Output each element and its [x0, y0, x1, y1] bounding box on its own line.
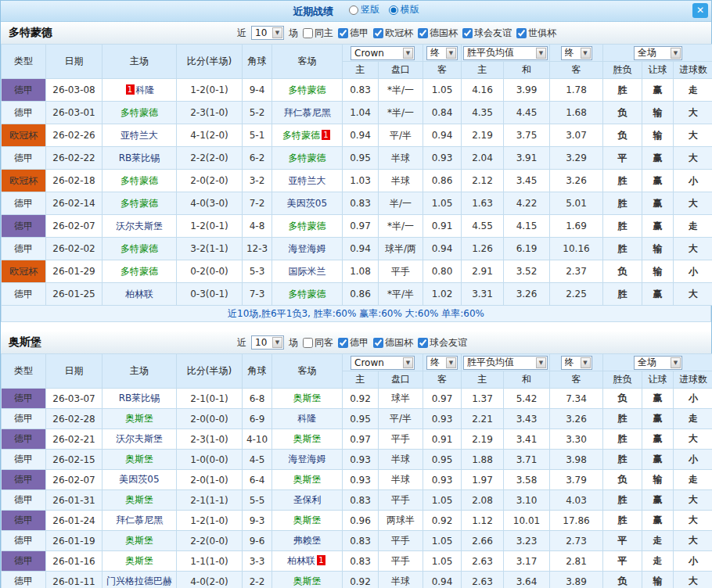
result-goals-cell: 大: [674, 124, 712, 147]
filter-option-欧冠杯[interactable]: 欧冠杯: [373, 27, 413, 40]
home-team-link[interactable]: 多特蒙德: [120, 243, 158, 254]
away-team-link[interactable]: 柏林联: [287, 555, 315, 566]
away-team-cell: 亚特兰大: [272, 170, 343, 192]
horizontal-layout-radio[interactable]: [389, 5, 398, 15]
home-team-link[interactable]: RB莱比锡: [119, 152, 160, 163]
checkbox-同主[interactable]: [303, 28, 313, 38]
avg-odds-select[interactable]: 胜平负均值▼: [463, 46, 548, 60]
checkbox-欧冠杯[interactable]: [373, 28, 383, 38]
away-team-link[interactable]: 拜仁慕尼黑: [284, 107, 331, 118]
scope-select[interactable]: 全场▼: [634, 46, 682, 60]
home-team-link[interactable]: 奥斯堡: [125, 555, 153, 566]
match-row: 德甲26-03-07RB莱比锡2-1(0-1)6-8奥斯堡0.92球半0.971…: [2, 389, 712, 409]
away-team-link[interactable]: 国际米兰: [289, 266, 326, 277]
checkbox-球会友谊[interactable]: [418, 338, 428, 348]
final-avg-select[interactable]: 终▼: [561, 356, 592, 370]
home-team-link[interactable]: 奥斯堡: [125, 413, 153, 424]
final-odds-select[interactable]: 终▼: [426, 46, 458, 60]
home-team-link[interactable]: 多特蒙德: [120, 107, 158, 118]
match-row: 德甲26-02-22RB莱比锡2-2(2-0)6-2多特蒙德0.95半球0.93…: [2, 147, 712, 170]
home-team-link[interactable]: 沃尔夫斯堡: [116, 220, 163, 231]
avg-away-cell: 1.78: [550, 79, 603, 102]
away-team-link[interactable]: 弗赖堡: [293, 535, 322, 546]
away-team-link[interactable]: 多特蒙德: [289, 152, 326, 163]
away-team-link[interactable]: 多特蒙德: [289, 220, 326, 231]
checkbox-德甲[interactable]: [338, 338, 348, 348]
checkbox-德国杯[interactable]: [418, 28, 428, 38]
checkbox-德国杯[interactable]: [373, 338, 383, 348]
filter-option-德甲[interactable]: 德甲: [338, 336, 369, 350]
filter-option-球会友谊[interactable]: 球会友谊: [418, 336, 467, 350]
away-team-link[interactable]: 圣保利: [293, 494, 322, 505]
home-team-link[interactable]: 科隆: [136, 84, 155, 95]
home-team-link[interactable]: 亚特兰大: [120, 130, 158, 141]
match-count-select[interactable]: 10▼: [251, 335, 284, 350]
avg-away-cell: 1.68: [550, 102, 603, 124]
filter-option-世俱杯[interactable]: 世俱杯: [516, 27, 556, 40]
home-team-link[interactable]: 柏林联: [125, 289, 153, 299]
away-team-link[interactable]: 海登海姆: [289, 454, 326, 464]
away-team-link[interactable]: 多特蒙德: [282, 130, 320, 141]
filter-option-球会友谊[interactable]: 球会友谊: [462, 27, 512, 40]
home-team-link[interactable]: 拜仁慕尼黑: [116, 514, 163, 525]
odds-home-cell: 0.83: [343, 490, 379, 511]
avg-odds-select[interactable]: 胜平负均值▼: [463, 356, 548, 370]
league-cell: 德甲: [2, 102, 46, 124]
home-team-link[interactable]: 奥斯堡: [125, 535, 153, 546]
away-team-link[interactable]: 海登海姆: [289, 243, 326, 254]
avg-away-cell: 7.34: [550, 389, 603, 409]
away-team-link[interactable]: 多特蒙德: [289, 84, 326, 95]
checkbox-世俱杯[interactable]: [516, 28, 527, 38]
filter-option-德国杯[interactable]: 德国杯: [373, 336, 413, 350]
result-wdl-cell: 胜: [603, 238, 642, 260]
score-cell: 0-2(0-0): [177, 260, 243, 283]
odds-away-cell: 0.93: [423, 409, 462, 429]
league-cell: 德甲: [2, 389, 46, 409]
avg-away-cell: 2.37: [550, 260, 603, 283]
away-team-link[interactable]: 奥斯堡: [293, 433, 322, 444]
home-team-link[interactable]: 多特蒙德: [120, 198, 158, 209]
layout-vertical-option[interactable]: 竖版: [349, 3, 379, 16]
scope-select[interactable]: 全场▼: [634, 356, 682, 370]
bookmaker-select[interactable]: Crown▼: [351, 46, 415, 60]
home-team-link[interactable]: 多特蒙德: [120, 175, 158, 186]
home-team-link[interactable]: 沃尔夫斯堡: [116, 433, 163, 444]
checkbox-球会友谊[interactable]: [462, 28, 473, 38]
away-team-link[interactable]: 多特蒙德: [289, 289, 326, 299]
home-team-link[interactable]: 美因茨05: [119, 474, 159, 485]
home-team-link[interactable]: 奥斯堡: [125, 494, 153, 505]
layout-horizontal-option[interactable]: 横版: [389, 3, 419, 16]
bookmaker-select[interactable]: Crown▼: [351, 356, 415, 370]
away-team-link[interactable]: 亚特兰大: [289, 175, 326, 186]
away-team-link[interactable]: 奥斯堡: [293, 474, 322, 485]
score-cell: 2-2(2-0): [177, 147, 243, 170]
subcolumn-header: 让球: [642, 62, 674, 79]
checkbox-同客[interactable]: [303, 338, 313, 348]
close-button[interactable]: ✕: [692, 3, 708, 18]
final-odds-select[interactable]: 终▼: [426, 356, 458, 370]
home-team-link[interactable]: RB莱比锡: [119, 393, 160, 403]
filter-option-同客[interactable]: 同客: [303, 336, 333, 350]
final-avg-select[interactable]: 终▼: [561, 46, 592, 60]
away-team-link[interactable]: 奥斯堡: [293, 393, 322, 403]
away-team-link[interactable]: 科隆: [298, 413, 317, 424]
vertical-layout-radio[interactable]: [349, 5, 358, 15]
filter-option-同主[interactable]: 同主: [303, 27, 333, 40]
away-team-link[interactable]: 美因茨05: [287, 198, 327, 209]
filter-option-德甲[interactable]: 德甲: [338, 27, 369, 40]
away-team-cell: 海登海姆: [272, 450, 343, 470]
filter-option-德国杯[interactable]: 德国杯: [418, 27, 458, 40]
match-count-select[interactable]: 10▼: [251, 26, 284, 40]
home-team-link[interactable]: 多特蒙德: [120, 266, 158, 277]
away-team-link[interactable]: 奥斯堡: [293, 514, 322, 525]
match-row: 欧冠杯26-02-26亚特兰大4-1(2-0)5-1多特蒙德10.94平/半0.…: [2, 124, 712, 147]
chevron-down-icon: ▼: [403, 48, 413, 59]
odds-away-cell: 0.91: [423, 215, 462, 238]
checkbox-德甲[interactable]: [338, 28, 348, 38]
home-team-link[interactable]: 奥斯堡: [125, 454, 153, 464]
away-team-link[interactable]: 奥斯堡: [293, 575, 322, 586]
chevron-down-icon: ▼: [272, 337, 282, 348]
result-goals-cell: 大: [674, 429, 712, 450]
home-team-link[interactable]: 门兴格拉德巴赫: [106, 575, 172, 586]
result-goals-cell: 小: [674, 551, 712, 572]
